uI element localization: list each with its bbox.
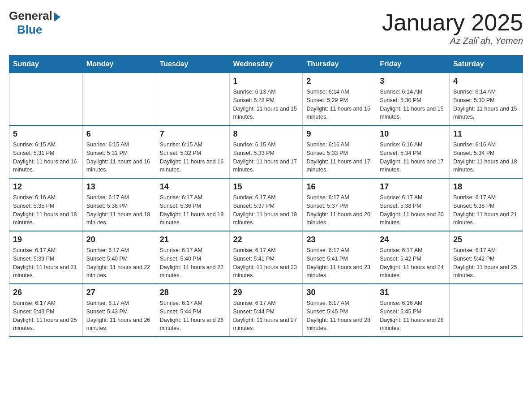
calendar-cell: 17Sunrise: 6:17 AM Sunset: 5:38 PM Dayli… [376,178,450,231]
calendar-cell: 11Sunrise: 6:16 AM Sunset: 5:34 PM Dayli… [450,125,523,178]
day-number: 19 [13,235,79,244]
calendar-cell [9,73,83,126]
day-sun-info: Sunrise: 6:15 AM Sunset: 5:33 PM Dayligh… [233,141,299,174]
calendar-cell: 25Sunrise: 6:17 AM Sunset: 5:42 PM Dayli… [450,231,523,284]
day-of-week-saturday: Saturday [450,56,523,73]
calendar-week-4: 19Sunrise: 6:17 AM Sunset: 5:39 PM Dayli… [9,231,523,284]
calendar-cell: 5Sunrise: 6:15 AM Sunset: 5:31 PM Daylig… [9,125,83,178]
day-sun-info: Sunrise: 6:16 AM Sunset: 5:45 PM Dayligh… [380,299,446,333]
calendar-cell: 1Sunrise: 6:13 AM Sunset: 5:28 PM Daylig… [229,73,303,126]
day-number: 25 [453,235,519,244]
day-sun-info: Sunrise: 6:17 AM Sunset: 5:44 PM Dayligh… [160,299,226,333]
day-number: 4 [453,77,519,86]
day-number: 7 [160,129,226,139]
month-title: January 2025 [382,9,523,36]
day-number: 8 [233,129,299,139]
calendar-cell [82,73,156,126]
day-sun-info: Sunrise: 6:13 AM Sunset: 5:28 PM Dayligh… [233,88,299,121]
day-of-week-thursday: Thursday [303,56,376,73]
day-sun-info: Sunrise: 6:17 AM Sunset: 5:44 PM Dayligh… [233,299,299,333]
day-sun-info: Sunrise: 6:17 AM Sunset: 5:37 PM Dayligh… [306,193,372,227]
calendar-cell: 15Sunrise: 6:17 AM Sunset: 5:37 PM Dayli… [229,178,303,231]
calendar-cell: 2Sunrise: 6:14 AM Sunset: 5:29 PM Daylig… [303,73,376,126]
day-sun-info: Sunrise: 6:17 AM Sunset: 5:42 PM Dayligh… [380,246,446,280]
day-sun-info: Sunrise: 6:15 AM Sunset: 5:31 PM Dayligh… [13,141,79,174]
day-number: 26 [13,288,79,297]
day-of-week-monday: Monday [82,56,156,73]
day-of-week-sunday: Sunday [9,56,83,73]
day-sun-info: Sunrise: 6:16 AM Sunset: 5:34 PM Dayligh… [453,141,519,174]
day-sun-info: Sunrise: 6:17 AM Sunset: 5:36 PM Dayligh… [160,193,226,227]
day-of-week-tuesday: Tuesday [156,56,229,73]
day-sun-info: Sunrise: 6:17 AM Sunset: 5:43 PM Dayligh… [86,299,152,333]
day-number: 13 [86,182,152,192]
day-sun-info: Sunrise: 6:17 AM Sunset: 5:38 PM Dayligh… [380,193,446,227]
calendar-week-3: 12Sunrise: 6:16 AM Sunset: 5:35 PM Dayli… [9,178,523,231]
calendar-cell: 21Sunrise: 6:17 AM Sunset: 5:40 PM Dayli… [156,231,229,284]
day-sun-info: Sunrise: 6:16 AM Sunset: 5:33 PM Dayligh… [306,141,372,174]
day-sun-info: Sunrise: 6:17 AM Sunset: 5:38 PM Dayligh… [453,193,519,227]
calendar-cell: 4Sunrise: 6:14 AM Sunset: 5:30 PM Daylig… [450,73,523,126]
day-number: 31 [380,288,446,297]
day-sun-info: Sunrise: 6:16 AM Sunset: 5:35 PM Dayligh… [13,193,79,227]
day-number: 23 [306,235,372,244]
calendar-cell: 18Sunrise: 6:17 AM Sunset: 5:38 PM Dayli… [450,178,523,231]
calendar-cell: 27Sunrise: 6:17 AM Sunset: 5:43 PM Dayli… [82,284,156,337]
calendar-cell: 8Sunrise: 6:15 AM Sunset: 5:33 PM Daylig… [229,125,303,178]
day-sun-info: Sunrise: 6:17 AM Sunset: 5:41 PM Dayligh… [306,246,372,280]
day-sun-info: Sunrise: 6:15 AM Sunset: 5:32 PM Dayligh… [160,141,226,174]
calendar-cell [450,284,523,337]
calendar-cell: 6Sunrise: 6:15 AM Sunset: 5:31 PM Daylig… [82,125,156,178]
calendar-cell: 16Sunrise: 6:17 AM Sunset: 5:37 PM Dayli… [303,178,376,231]
day-number: 28 [160,288,226,297]
day-number: 12 [13,182,79,192]
day-sun-info: Sunrise: 6:15 AM Sunset: 5:31 PM Dayligh… [86,141,152,174]
calendar-week-2: 5Sunrise: 6:15 AM Sunset: 5:31 PM Daylig… [9,125,523,178]
day-number: 6 [86,129,152,139]
calendar-cell: 19Sunrise: 6:17 AM Sunset: 5:39 PM Dayli… [9,231,83,284]
title-section: January 2025 Az Zali`ah, Yemen [382,9,523,46]
page-header: General Blue January 2025 Az Zali`ah, Ye… [9,9,523,46]
calendar-cell: 30Sunrise: 6:17 AM Sunset: 5:45 PM Dayli… [303,284,376,337]
day-number: 16 [306,182,372,192]
day-number: 20 [86,235,152,244]
day-of-week-wednesday: Wednesday [229,56,303,73]
day-number: 24 [380,235,446,244]
calendar-cell: 13Sunrise: 6:17 AM Sunset: 5:36 PM Dayli… [82,178,156,231]
day-sun-info: Sunrise: 6:17 AM Sunset: 5:43 PM Dayligh… [13,299,79,333]
day-sun-info: Sunrise: 6:17 AM Sunset: 5:45 PM Dayligh… [306,299,372,333]
calendar-cell: 20Sunrise: 6:17 AM Sunset: 5:40 PM Dayli… [82,231,156,284]
calendar-cell: 10Sunrise: 6:16 AM Sunset: 5:34 PM Dayli… [376,125,450,178]
calendar-cell: 22Sunrise: 6:17 AM Sunset: 5:41 PM Dayli… [229,231,303,284]
calendar-cell: 24Sunrise: 6:17 AM Sunset: 5:42 PM Dayli… [376,231,450,284]
calendar-cell: 9Sunrise: 6:16 AM Sunset: 5:33 PM Daylig… [303,125,376,178]
day-sun-info: Sunrise: 6:17 AM Sunset: 5:42 PM Dayligh… [453,246,519,280]
day-sun-info: Sunrise: 6:17 AM Sunset: 5:40 PM Dayligh… [86,246,152,280]
calendar-cell: 31Sunrise: 6:16 AM Sunset: 5:45 PM Dayli… [376,284,450,337]
day-number: 27 [86,288,152,297]
day-number: 10 [380,129,446,139]
calendar-cell: 23Sunrise: 6:17 AM Sunset: 5:41 PM Dayli… [303,231,376,284]
day-number: 30 [306,288,372,297]
day-number: 22 [233,235,299,244]
calendar-cell: 28Sunrise: 6:17 AM Sunset: 5:44 PM Dayli… [156,284,229,337]
day-number: 21 [160,235,226,244]
day-number: 15 [233,182,299,192]
day-sun-info: Sunrise: 6:17 AM Sunset: 5:36 PM Dayligh… [86,193,152,227]
logo: General Blue [9,9,60,37]
calendar-cell: 3Sunrise: 6:14 AM Sunset: 5:30 PM Daylig… [376,73,450,126]
logo-general-text: General [9,9,52,23]
day-sun-info: Sunrise: 6:14 AM Sunset: 5:30 PM Dayligh… [453,88,519,121]
day-number: 17 [380,182,446,192]
calendar-cell: 29Sunrise: 6:17 AM Sunset: 5:44 PM Dayli… [229,284,303,337]
day-number: 11 [453,129,519,139]
calendar-cell: 12Sunrise: 6:16 AM Sunset: 5:35 PM Dayli… [9,178,83,231]
calendar-body: 1Sunrise: 6:13 AM Sunset: 5:28 PM Daylig… [9,73,523,337]
location-subtitle: Az Zali`ah, Yemen [382,36,523,46]
calendar-header: SundayMondayTuesdayWednesdayThursdayFrid… [9,56,523,73]
day-number: 14 [160,182,226,192]
day-number: 1 [233,77,299,86]
day-sun-info: Sunrise: 6:17 AM Sunset: 5:37 PM Dayligh… [233,193,299,227]
day-sun-info: Sunrise: 6:16 AM Sunset: 5:34 PM Dayligh… [380,141,446,174]
day-number: 5 [13,129,79,139]
